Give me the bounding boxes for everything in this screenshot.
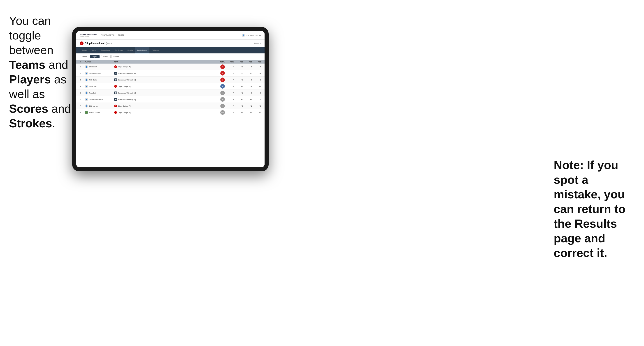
thru-7: F [225,105,234,107]
rd3-7: +6 [252,105,261,107]
tab-teams[interactable]: Teams [89,47,98,53]
tablet-frame: SCOREBOARD Powered by clippd TOURNAMENTS… [72,27,268,171]
nav-right: 👤 Test User | Sign out [242,34,261,37]
avatar-7: 👤 [85,104,88,108]
player-3: 👤 Rich Butler [85,78,114,81]
tournament-logo: C [80,41,84,45]
rd3-4: +3 [252,86,261,87]
tab-results[interactable]: Results [125,47,135,53]
rd2-1: -6 [243,66,252,68]
rank-6: 6 [80,99,85,100]
sign-out-link[interactable]: Sign out [255,34,261,36]
team-4: C Clippd College [A] [114,85,211,88]
tab-printables[interactable]: Printables [150,47,161,53]
user-icon: 👤 [242,34,245,37]
avatar-1: 👤 [85,65,88,68]
toggle-teams-button[interactable]: Teams [80,55,89,58]
thru-3: F [225,79,234,81]
rd3-6: -1 [252,99,261,100]
col-rd1: RD1 [234,61,243,63]
table-row: 6 👤 Cameron Robertson Scoreboard Univers… [76,96,264,103]
thru-2: F [225,73,234,74]
avatar-8: 🌿 [85,111,88,114]
team-logo-3 [114,78,117,81]
tab-details[interactable]: Details [80,47,89,53]
team-logo-5 [114,92,117,94]
nav-links: TOURNAMENTS TEAMS [101,34,242,37]
avatar-3: 👤 [85,78,88,81]
rank-1: 1 [80,66,85,68]
team-6: Scoreboard University [A] [114,98,211,101]
table-row: 8 🌿 Marcus Turners C Clippd College [A] … [76,109,264,116]
rd1-3: +1 [234,79,243,81]
total-7: +8 [211,104,225,108]
team-logo-4: C [114,85,117,88]
player-5: 👤 Rees Britt [85,91,114,94]
tournament-gender: (Men) [106,42,112,45]
rd2-4: -4 [243,86,252,87]
nav-teams[interactable]: TEAMS [118,34,124,37]
tab-tee-groups[interactable]: Tee Groups [113,47,125,53]
thru-4: F [225,86,234,87]
rd1-1: +3 [234,66,243,68]
table-row: 2 👤 Chris Robertson Scoreboard Universit… [76,70,264,77]
rank-2: 2 [80,73,85,74]
team-1: C Clippd College [A] [114,65,211,68]
rd1-4: +1 [234,86,243,87]
scoreboard-logo: SCOREBOARD Powered by clippd [80,34,97,37]
rank-8: 8 [80,112,85,113]
team-2: Scoreboard University [A] [114,72,211,75]
rd2-8: +7 [243,112,252,113]
table-row: 3 👤 Rich Butler Scoreboard University [A… [76,77,264,83]
rd3-8: +2 [252,112,261,113]
total-6: +6 [211,97,225,102]
player-2: 👤 Chris Robertson [85,72,114,75]
team-5: Scoreboard University [A] [114,92,211,94]
total-4: E [211,84,225,89]
toggle-strokes-button[interactable]: Strokes [111,55,121,58]
team-logo-1: C [114,65,117,68]
cancel-button[interactable]: Cancel ✕ [254,42,261,44]
tab-leaderboards[interactable]: Leaderboards [135,47,149,53]
table-header: # PLAYER TEAM TOTAL THRU RD1 RD2 RD3 [76,60,264,64]
leaderboard-table: # PLAYER TEAM TOTAL THRU RD1 RD2 RD3 1 👤… [76,60,264,167]
avatar-5: 👤 [85,91,88,94]
col-player: PLAYER [85,61,114,63]
rd2-5: E [243,92,252,94]
rd1-5: +1 [234,92,243,94]
col-thru: THRU [225,61,234,63]
team-8: C Clippd College [A] [114,111,211,114]
logo-sub: Powered by clippd [80,36,97,37]
player-1: 👤 Elliot Ebert [85,65,114,68]
player-8: 🌿 Marcus Turners [85,111,114,114]
rd1-7: +2 [234,105,243,107]
rank-4: 4 [80,86,85,87]
total-3: -2 [211,78,225,82]
sub-nav: Details Teams Course Setup Tee Groups Re… [76,47,264,53]
rd3-2: -4 [252,73,261,74]
col-total: TOTAL [211,61,225,63]
team-logo-2 [114,72,117,75]
avatar-2: 👤 [85,72,88,75]
rd3-3: -1 [252,79,261,81]
thru-1: F [225,66,234,68]
team-logo-7: C [114,105,117,107]
table-row: 4 👤 David Ford C Clippd College [A] E F … [76,83,264,90]
table-row: 5 👤 Rees Britt Scoreboard University [A]… [76,90,264,96]
rd2-6: +2 [243,99,252,100]
top-nav: SCOREBOARD Powered by clippd TOURNAMENTS… [76,31,264,40]
rd2-3: -2 [243,79,252,81]
rd1-6: +5 [234,99,243,100]
left-annotation: You can toggle between Teams and Players… [9,13,79,131]
col-rank: # [80,61,85,63]
table-row: 7 👤 Blair McHarg C Clippd College [A] +8… [76,103,264,109]
tournament-header: C Clippd Invitational (Men) Cancel ✕ [76,40,264,47]
player-7: 👤 Blair McHarg [85,104,114,108]
total-2: -4 [211,71,225,75]
team-logo-6 [114,98,117,101]
nav-tournaments[interactable]: TOURNAMENTS [101,34,114,37]
tab-course-setup[interactable]: Course Setup [98,47,113,53]
toggle-scores-button[interactable]: Scores [101,55,110,58]
toggle-players-button[interactable]: Players [90,55,100,58]
thru-8: F [225,112,234,113]
